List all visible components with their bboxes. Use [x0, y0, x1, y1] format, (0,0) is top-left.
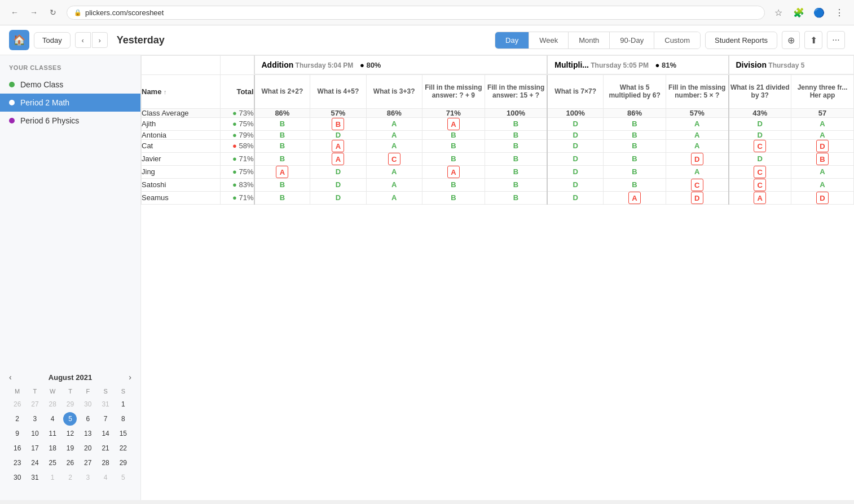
sidebar-item-period6-physics[interactable]: Period 6 Physics: [0, 112, 140, 130]
toolbar: 🏠 Today ‹ › Yesterday Day Week Month 90-…: [0, 25, 854, 55]
cal-day-4b[interactable]: 4: [99, 471, 112, 484]
tab-week[interactable]: Week: [529, 32, 568, 48]
cal-day-22[interactable]: 22: [116, 441, 130, 455]
ajith-a3: A: [366, 117, 422, 130]
q-addition-3: What is 3+3?: [366, 74, 422, 108]
avg-pct-a1: 86%: [275, 109, 289, 117]
cal-day-4[interactable]: 4: [46, 412, 59, 426]
seamus-d1: A: [729, 191, 791, 204]
total-column-header: Total: [221, 74, 254, 108]
refresh-button[interactable]: ↻: [45, 5, 61, 20]
antonia-d1: D: [729, 130, 791, 139]
ajith-total: ● 75%: [221, 117, 254, 130]
q-multipli-1: What is 7×7?: [547, 74, 603, 108]
cat-m3: A: [666, 139, 729, 152]
cal-day-12[interactable]: 12: [63, 427, 77, 440]
cal-day-19[interactable]: 19: [63, 441, 77, 455]
period2-math-label: Period 2 Math: [20, 98, 69, 107]
back-button[interactable]: ←: [7, 5, 23, 20]
home-button[interactable]: 🏠: [9, 30, 29, 50]
cal-day-9[interactable]: 9: [11, 427, 24, 440]
satoshi-d1: C: [729, 178, 791, 191]
avg-m1: 100%: [547, 108, 603, 117]
browser-actions: ☆ 🧩 🔵 ⋮: [771, 5, 847, 20]
cal-day-26b[interactable]: 26: [63, 456, 77, 470]
cal-day-5-today[interactable]: 5: [63, 412, 77, 426]
cal-day-6[interactable]: 6: [81, 412, 95, 426]
sidebar-item-period2-math[interactable]: Period 2 Math: [0, 94, 140, 112]
cal-day-27b[interactable]: 27: [81, 456, 95, 470]
cal-day-5b[interactable]: 5: [116, 471, 130, 484]
cal-day-8[interactable]: 8: [116, 412, 130, 426]
cal-day-3b[interactable]: 3: [81, 471, 95, 484]
cal-day-29b[interactable]: 29: [116, 456, 130, 470]
q-addition-5: Fill in the missing answer: 15 + ?: [485, 74, 547, 108]
row-javier: Javier ● 71% B A C B B D B D D B: [142, 152, 854, 165]
cal-day-28[interactable]: 28: [46, 397, 59, 411]
cal-day-11[interactable]: 11: [46, 427, 59, 440]
cal-day-31[interactable]: 31: [99, 397, 112, 411]
avg-total-cell: ● 73%: [221, 108, 254, 117]
sidebar-item-demo-class[interactable]: Demo Class: [0, 76, 140, 94]
tab-day[interactable]: Day: [495, 32, 529, 48]
cal-day-20[interactable]: 20: [81, 441, 95, 455]
cal-day-1b[interactable]: 1: [46, 471, 59, 484]
satoshi-a3: A: [366, 178, 422, 191]
add-icon-button[interactable]: ⊕: [782, 31, 800, 49]
cal-day-21[interactable]: 21: [99, 441, 112, 455]
satoshi-a4: B: [422, 178, 485, 191]
cal-day-30b[interactable]: 30: [11, 471, 24, 484]
period-tabs: Day Week Month 90-Day Custom: [495, 32, 701, 49]
cal-day-1[interactable]: 1: [116, 397, 130, 411]
menu-button[interactable]: ⋮: [831, 5, 847, 20]
student-reports-button[interactable]: Student Reports: [705, 32, 777, 49]
cal-day-23[interactable]: 23: [11, 456, 24, 470]
cal-day-16[interactable]: 16: [11, 441, 24, 455]
cal-day-28b[interactable]: 28: [99, 456, 112, 470]
calendar-next-button[interactable]: ›: [129, 373, 131, 382]
name-column-header: Name ↑: [142, 74, 221, 108]
main-content: Your Classes Demo Class Period 2 Math Pe…: [0, 55, 854, 500]
cal-day-7[interactable]: 7: [99, 412, 112, 426]
cal-day-17[interactable]: 17: [28, 441, 42, 455]
cal-day-2b[interactable]: 2: [63, 471, 77, 484]
satoshi-name: Satoshi: [142, 178, 221, 191]
javier-name: Javier: [142, 152, 221, 165]
cal-day-31b[interactable]: 31: [28, 471, 42, 484]
extensions-button[interactable]: 🧩: [791, 5, 807, 20]
row-cat: Cat ● 58% B A A B B D B A C D: [142, 139, 854, 152]
cal-day-18[interactable]: 18: [46, 441, 59, 455]
calendar-prev-button[interactable]: ‹: [9, 373, 12, 382]
tab-month[interactable]: Month: [568, 32, 609, 48]
row-jing: Jing ● 75% A D A A B D B A C A: [142, 165, 854, 178]
cal-day-24[interactable]: 24: [28, 456, 42, 470]
cal-day-13[interactable]: 13: [81, 427, 95, 440]
cal-header-t1: T: [27, 386, 43, 396]
cal-day-25[interactable]: 25: [46, 456, 59, 470]
more-icon-button[interactable]: ···: [827, 31, 845, 49]
tab-90day[interactable]: 90-Day: [609, 32, 654, 48]
avg-d2: 57: [791, 108, 853, 117]
cal-day-10[interactable]: 10: [28, 427, 42, 440]
cal-day-29[interactable]: 29: [63, 397, 77, 411]
cal-day-15[interactable]: 15: [116, 427, 130, 440]
next-button[interactable]: ›: [92, 32, 108, 48]
cal-day-26[interactable]: 26: [11, 397, 24, 411]
bookmark-button[interactable]: ☆: [771, 5, 786, 20]
address-bar[interactable]: 🔒 plickers.com/scoresheet: [67, 6, 765, 20]
today-button[interactable]: Today: [34, 32, 71, 48]
export-icon-button[interactable]: ⬆: [804, 31, 822, 49]
profile-button[interactable]: 🔵: [811, 5, 827, 20]
antonia-d2: A: [791, 130, 853, 139]
forward-button[interactable]: →: [26, 5, 42, 20]
jing-m3: A: [666, 165, 729, 178]
cal-day-27[interactable]: 27: [28, 397, 42, 411]
javier-d2: B: [791, 152, 853, 165]
cal-day-30[interactable]: 30: [81, 397, 95, 411]
cal-day-2[interactable]: 2: [11, 412, 24, 426]
prev-button[interactable]: ‹: [75, 32, 91, 48]
cal-day-14[interactable]: 14: [99, 427, 112, 440]
tab-custom[interactable]: Custom: [654, 32, 700, 48]
javier-m1: D: [547, 152, 603, 165]
cal-day-3[interactable]: 3: [28, 412, 42, 426]
